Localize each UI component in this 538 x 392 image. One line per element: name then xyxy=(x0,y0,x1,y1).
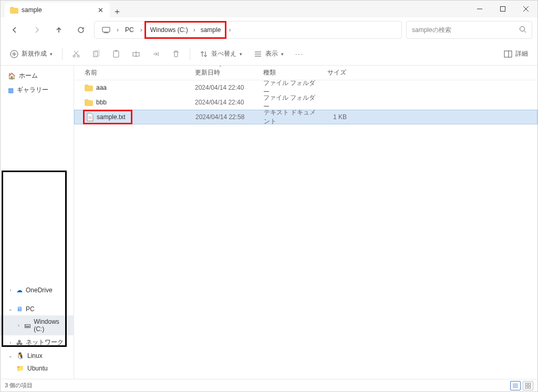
svg-point-6 xyxy=(520,26,525,31)
copy-button[interactable] xyxy=(88,47,105,61)
svg-rect-4 xyxy=(102,27,110,32)
share-button[interactable] xyxy=(148,47,164,61)
icons-view-button[interactable] xyxy=(523,381,533,390)
status-count: 3 個の項目 xyxy=(5,382,33,389)
address-bar: › PC › Windows (C:) › sample › sampleの検索 xyxy=(1,17,537,43)
linux-icon: 🐧 xyxy=(16,352,24,359)
chevron-down-icon: ▾ xyxy=(240,51,242,57)
view-button-label: 表示 xyxy=(265,49,278,58)
gallery-icon: ▦ xyxy=(8,87,14,94)
svg-point-12 xyxy=(77,55,79,57)
search-input[interactable]: sampleの検索 xyxy=(406,21,532,39)
titlebar: sample ✕ ＋ xyxy=(1,1,537,17)
maximize-button[interactable] xyxy=(491,1,514,17)
list-item[interactable]: sample.txt 2024/04/14 22:58 テキスト ドキュメント … xyxy=(74,110,537,124)
sidebar-item-label: ギャラリー xyxy=(17,86,48,94)
search-placeholder: sampleの検索 xyxy=(412,26,451,35)
file-date: 2024/04/14 22:58 xyxy=(195,113,264,121)
chevron-right-icon[interactable]: › xyxy=(227,26,232,34)
view-mode-toggle xyxy=(510,381,533,390)
details-label: 詳細 xyxy=(515,49,528,58)
new-button[interactable]: 新規作成 ▾ xyxy=(6,46,57,61)
folder-icon xyxy=(85,84,93,91)
redaction-box xyxy=(2,171,67,347)
column-headers: 名前 更新日時 種類 サイズ ⌃ xyxy=(74,66,537,80)
breadcrumb[interactable]: › PC › Windows (C:) › sample › xyxy=(94,21,402,39)
home-icon: 🏠 xyxy=(8,72,16,80)
svg-rect-1 xyxy=(501,7,505,12)
column-name[interactable]: 名前 xyxy=(74,68,195,77)
refresh-button[interactable] xyxy=(72,21,90,39)
sort-button-label: 並べ替え xyxy=(211,49,236,58)
sidebar-item-ubuntu[interactable]: 📁Ubuntu xyxy=(1,362,74,375)
sort-icon xyxy=(200,50,208,58)
breadcrumb-folder[interactable]: sample xyxy=(196,23,225,37)
sidebar-item-label: ホーム xyxy=(19,71,38,80)
file-size: 1 KB xyxy=(319,113,351,121)
details-pane-button[interactable]: 詳細 xyxy=(500,46,532,61)
details-view-button[interactable] xyxy=(510,381,521,390)
list-item[interactable]: bbb 2024/04/14 22:40 ファイル フォルダー xyxy=(74,95,537,110)
sidebar-item-linux[interactable]: ⌄🐧Linux xyxy=(1,349,74,362)
sidebar: 🏠ホーム ▦ギャラリー ›☁OneDrive ⌄🖥PC ›🖴Windows (C… xyxy=(1,66,74,380)
breadcrumb-pc[interactable]: PC xyxy=(121,22,138,38)
plus-circle-icon xyxy=(10,50,18,58)
close-button[interactable] xyxy=(514,1,537,17)
paste-button[interactable] xyxy=(108,47,125,61)
breadcrumb-drive[interactable]: Windows (C:) xyxy=(146,23,192,37)
tab-sample[interactable]: sample ✕ xyxy=(5,3,110,17)
chevron-right-icon[interactable]: › xyxy=(192,26,196,34)
sort-button[interactable]: 並べ替え ▾ xyxy=(195,46,246,61)
toolbar: 新規作成 ▾ 並べ替え ▾ 表示 ▾ ··· 詳細 xyxy=(1,43,537,66)
search-icon xyxy=(519,26,526,35)
tab-strip: sample ✕ ＋ xyxy=(5,3,125,17)
main: 🏠ホーム ▦ギャラリー ›☁OneDrive ⌄🖥PC ›🖴Windows (C… xyxy=(1,66,537,380)
copy-icon xyxy=(92,50,100,58)
rename-button[interactable] xyxy=(128,47,144,61)
cut-button[interactable] xyxy=(68,47,85,61)
file-name: bbb xyxy=(96,99,107,106)
chevron-right-icon[interactable]: › xyxy=(139,26,143,34)
text-file-icon xyxy=(87,113,94,121)
paste-icon xyxy=(112,50,120,58)
new-button-label: 新規作成 xyxy=(22,49,47,58)
details-icon xyxy=(504,50,512,58)
share-icon xyxy=(152,50,160,58)
file-type: テキスト ドキュメント xyxy=(264,108,319,126)
sidebar-item-home[interactable]: 🏠ホーム xyxy=(1,69,74,83)
rename-icon xyxy=(132,50,140,58)
new-tab-button[interactable]: ＋ xyxy=(110,6,125,17)
view-button[interactable]: 表示 ▾ xyxy=(250,46,288,61)
close-tab-icon[interactable]: ✕ xyxy=(98,6,104,14)
more-button[interactable]: ··· xyxy=(291,47,308,61)
trash-icon xyxy=(172,50,180,58)
column-size[interactable]: サイズ xyxy=(319,68,350,77)
file-name: sample.txt xyxy=(97,113,126,121)
svg-line-7 xyxy=(524,30,526,33)
window-controls xyxy=(468,1,537,17)
svg-rect-17 xyxy=(113,51,119,57)
cut-icon xyxy=(72,50,80,58)
ellipsis-icon: ··· xyxy=(295,50,304,58)
chevron-down-icon[interactable]: ⌄ xyxy=(8,353,13,358)
file-date: 2024/04/14 22:40 xyxy=(195,99,263,106)
folder-icon xyxy=(85,99,93,106)
breadcrumb-pc-icon[interactable] xyxy=(98,22,115,38)
list-item[interactable]: aaa 2024/04/14 22:40 ファイル フォルダー xyxy=(74,80,537,95)
chevron-down-icon: ▾ xyxy=(281,51,284,57)
folder-icon: 📁 xyxy=(16,365,24,372)
svg-rect-18 xyxy=(115,50,117,51)
sort-asc-icon: ⌃ xyxy=(219,66,222,70)
column-type[interactable]: 種類 xyxy=(263,68,319,77)
column-date[interactable]: 更新日時 xyxy=(195,68,263,77)
sidebar-item-gallery[interactable]: ▦ギャラリー xyxy=(1,83,74,97)
back-button[interactable] xyxy=(6,21,24,39)
delete-button[interactable] xyxy=(168,47,184,61)
tab-title: sample xyxy=(22,6,42,14)
forward-button[interactable] xyxy=(28,21,46,39)
svg-line-14 xyxy=(74,51,78,55)
view-icon xyxy=(254,50,262,58)
minimize-button[interactable] xyxy=(468,1,491,17)
up-button[interactable] xyxy=(50,21,68,39)
chevron-right-icon[interactable]: › xyxy=(116,26,120,34)
